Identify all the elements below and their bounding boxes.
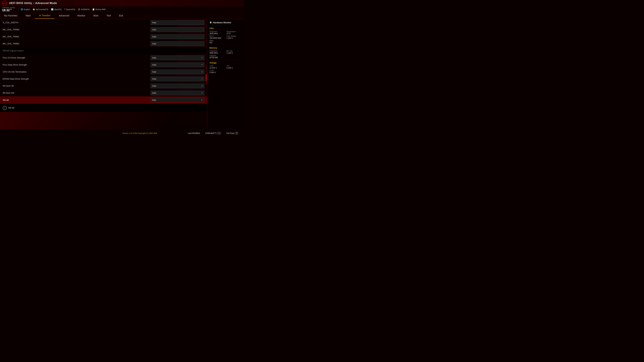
v5-value: 5.140 V bbox=[226, 67, 242, 69]
ez-mode-key-icon: → bbox=[217, 132, 221, 134]
setting-value-mc-sva-trim1: Auto bbox=[150, 34, 204, 39]
hw-cpu-section: CPU bbox=[210, 27, 242, 30]
mem-freq-value: 4800 MHz bbox=[210, 52, 225, 54]
v12-value: 12.076 V bbox=[210, 67, 225, 69]
hw-memory-stats: Frequency 4800 MHz MC Volt 1.120 V Capac… bbox=[210, 50, 242, 58]
cpu-ratio-value: 45x bbox=[210, 41, 225, 43]
content-area: S_COL_WIDTH Auto MC_SVA_TRIM0 Auto M bbox=[0, 19, 207, 129]
toolbar-english[interactable]: 🌐 English bbox=[21, 8, 30, 10]
toolbar-search[interactable]: ? Search(F9) bbox=[64, 8, 75, 10]
cpu-temp-label: Temperature bbox=[226, 31, 242, 32]
value-mc-sva-trim1: Auto bbox=[150, 34, 204, 39]
hot-keys-button[interactable]: Hot Keys ? bbox=[224, 130, 241, 137]
v33-label: +3.3V bbox=[210, 69, 225, 71]
value-rtt-nom-rd[interactable]: Auto bbox=[150, 91, 204, 95]
mem-capacity-value: 32768 MB bbox=[210, 56, 225, 58]
hw-cpu-stats: Frequency 4500 MHz Temperature 17°C BCLK… bbox=[210, 31, 242, 43]
cpu-core-volt-value: 1.224 V bbox=[226, 37, 242, 39]
setting-row-mc-sva-trim1[interactable]: MC_SVA_TRIM1 Auto bbox=[0, 33, 207, 40]
cpu-temp-value: 17°C bbox=[226, 32, 242, 34]
datetime-bar: 12/25/2022 Sunday 18:32⚙ 🌐 English ⭐ MyF… bbox=[0, 6, 244, 12]
nav-bar: My Favorites Main Ai Tweaker Advanced Mo… bbox=[0, 12, 244, 19]
setting-value-rtt-wr: Auto bbox=[150, 98, 204, 102]
cpu-freq-label: Frequency bbox=[210, 31, 225, 32]
tab-advanced[interactable]: Advanced bbox=[55, 12, 73, 19]
cpu-core-volt-label: Core Voltage bbox=[226, 35, 242, 37]
info-icon: i bbox=[3, 106, 7, 110]
search-icon: ? bbox=[64, 8, 66, 10]
tab-my-favorites[interactable]: My Favorites bbox=[0, 12, 22, 19]
value-mc-sva-trim2: Auto bbox=[150, 41, 204, 46]
hw-voltage-stats: +12V 12.076 V +5V 5.140 V +3.3V 3.344 V bbox=[210, 65, 242, 73]
footer-right: Last Modified EzMode(F7) → Hot Keys ? bbox=[185, 130, 241, 137]
v5-label: +5V bbox=[226, 65, 242, 67]
setting-row-rtt-wr[interactable]: Rtt Wr Auto bbox=[0, 96, 207, 104]
value-s-col-width: Auto bbox=[150, 20, 204, 25]
hw-monitor-panel: 🖥 Hardware Monitor CPU Frequency 4500 MH… bbox=[207, 19, 244, 129]
setting-value-rtt-nom-rd: Auto bbox=[150, 91, 204, 95]
toolbar-qfan[interactable]: 🔄 Qfan(F6) bbox=[51, 8, 62, 10]
toolbar-myfavorite[interactable]: ⭐ MyFavorite(F3) bbox=[32, 8, 48, 10]
last-modified-button[interactable]: Last Modified bbox=[185, 130, 202, 137]
value-mc-sva-trim0: Auto bbox=[150, 27, 204, 32]
setting-row-dram-signal-control: DRAM Signal Control bbox=[0, 47, 207, 54]
setting-value-mc-sva-trim2: Auto bbox=[150, 41, 204, 46]
datetime-section: 12/25/2022 Sunday 18:32⚙ bbox=[2, 7, 15, 12]
tab-boot[interactable]: Boot bbox=[90, 12, 102, 19]
cpu-bclk-value: 100.0000 MHz bbox=[210, 37, 225, 39]
star-icon: ⭐ bbox=[32, 8, 35, 10]
toolbar-resizebar[interactable]: 📋 ReSize BAR bbox=[92, 8, 106, 10]
rog-logo: ROG bbox=[2, 0, 8, 6]
setting-row-proc-data[interactable]: Proc Data Drive Strength Auto bbox=[0, 61, 207, 68]
date-display: 12/25/2022 Sunday bbox=[2, 7, 15, 8]
tab-exit[interactable]: Exit bbox=[115, 12, 127, 19]
cpu-ratio-label: Ratio bbox=[210, 40, 225, 41]
setting-row-mc-sva-trim2[interactable]: MC_SVA_TRIM2 Auto bbox=[0, 40, 207, 47]
hw-monitor-title: 🖥 Hardware Monitor bbox=[210, 21, 242, 25]
hot-keys-key-icon: ? bbox=[235, 132, 238, 134]
value-dram-data[interactable]: Auto bbox=[150, 77, 204, 81]
tab-ai-tweaker[interactable]: Ai Tweaker bbox=[35, 12, 55, 19]
value-cpu-on-die[interactable]: Auto bbox=[150, 69, 204, 74]
setting-row-dram-data[interactable]: DRAM Data Drive Strength Auto bbox=[0, 75, 207, 82]
value-rtt-nom-wr[interactable]: Auto bbox=[150, 84, 204, 88]
ez-mode-button[interactable]: EzMode(F7) → bbox=[202, 130, 224, 137]
setting-value-proc-ca: Auto bbox=[150, 55, 204, 60]
fan-icon: 🔄 bbox=[51, 8, 54, 10]
setting-row-s-col-width[interactable]: S_COL_WIDTH Auto bbox=[0, 19, 207, 26]
time-display: 18:32⚙ bbox=[2, 8, 15, 12]
scroll-thumb[interactable] bbox=[206, 74, 206, 81]
setting-row-rtt-nom-rd[interactable]: Rtt Nom Rd Auto bbox=[0, 89, 207, 96]
info-text: Rtt Wr bbox=[8, 107, 14, 109]
setting-value-dram-data: Auto bbox=[150, 77, 204, 81]
mem-mc-volt-value: 1.120 V bbox=[226, 52, 242, 54]
setting-row-mc-sva-trim0[interactable]: MC_SVA_TRIM0 Auto bbox=[0, 26, 207, 33]
setting-row-rtt-nom-wr[interactable]: Rtt Nom Wr Auto bbox=[0, 82, 207, 89]
scrollbar[interactable] bbox=[206, 64, 206, 84]
monitor-icon: 🖥 bbox=[210, 21, 212, 24]
hw-divider-2 bbox=[210, 60, 242, 60]
setting-value-proc-data: Auto bbox=[150, 62, 204, 67]
footer-bar: Version 2.22.1284 Copyright (C) 2022 AMI… bbox=[0, 129, 244, 137]
app-title: UEFI BIOS Utility – Advanced Mode bbox=[9, 2, 57, 5]
resize-icon: 📋 bbox=[92, 8, 95, 10]
toolbar-aura[interactable]: 🔆 AURA(F4) bbox=[78, 8, 90, 10]
value-proc-ca[interactable]: Auto bbox=[150, 55, 204, 60]
mem-mc-volt-label: MC Volt bbox=[226, 50, 242, 52]
hw-voltage-section: Voltage bbox=[210, 62, 242, 64]
value-rtt-wr[interactable]: Auto bbox=[150, 98, 204, 102]
cpu-freq-value: 4500 MHz bbox=[210, 32, 225, 34]
setting-row-cpu-on-die[interactable]: CPU On-Die Termination Auto bbox=[0, 68, 207, 75]
setting-value-s-col-width: Auto bbox=[150, 20, 204, 25]
tab-tool[interactable]: Tool bbox=[102, 12, 115, 19]
setting-row-proc-ca[interactable]: Proc CA Drive Strength Auto bbox=[0, 54, 207, 61]
hw-memory-section: Memory bbox=[210, 47, 242, 49]
tab-monitor[interactable]: Monitor bbox=[74, 12, 90, 19]
value-proc-data[interactable]: Auto bbox=[150, 62, 204, 67]
settings-list: S_COL_WIDTH Auto MC_SVA_TRIM0 Auto M bbox=[0, 19, 207, 104]
tab-main[interactable]: Main bbox=[22, 12, 35, 19]
mem-capacity-label: Capacity bbox=[210, 55, 225, 56]
v12-label: +12V bbox=[210, 65, 225, 67]
setting-value-cpu-on-die: Auto bbox=[150, 69, 204, 74]
cpu-bclk-label: BCLK bbox=[210, 35, 225, 37]
